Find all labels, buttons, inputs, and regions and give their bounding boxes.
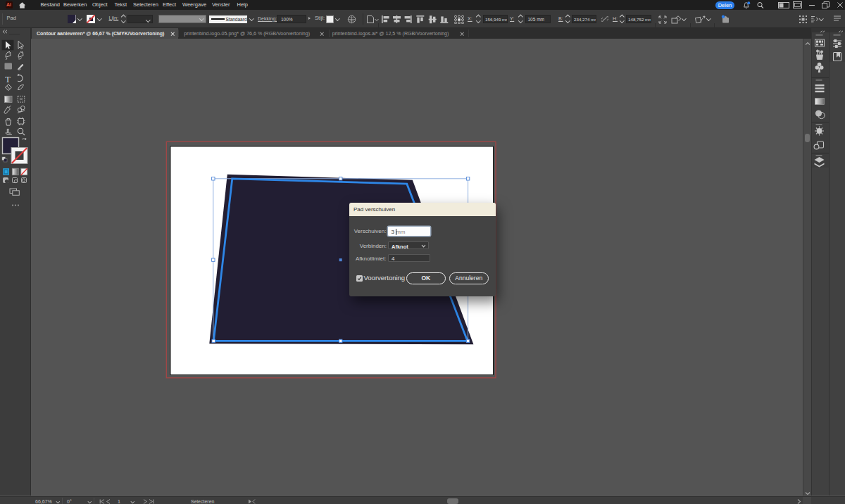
svg-text:T: T (5, 75, 11, 84)
